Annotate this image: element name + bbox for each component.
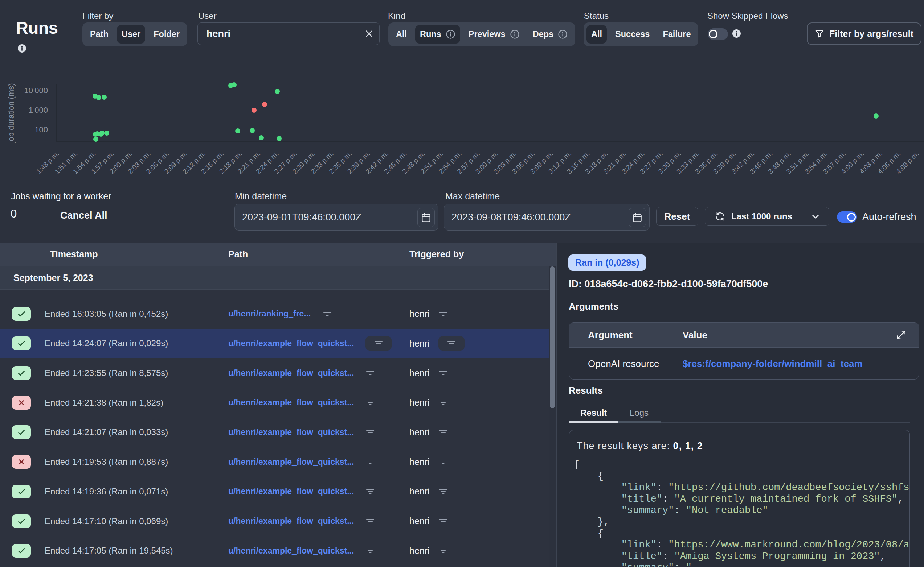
svg-text:100: 100	[35, 125, 48, 134]
svg-text:1 000: 1 000	[29, 105, 48, 114]
svg-text:10 000: 10 000	[24, 86, 48, 95]
svg-text:job duration (ms): job duration (ms)	[6, 83, 16, 143]
